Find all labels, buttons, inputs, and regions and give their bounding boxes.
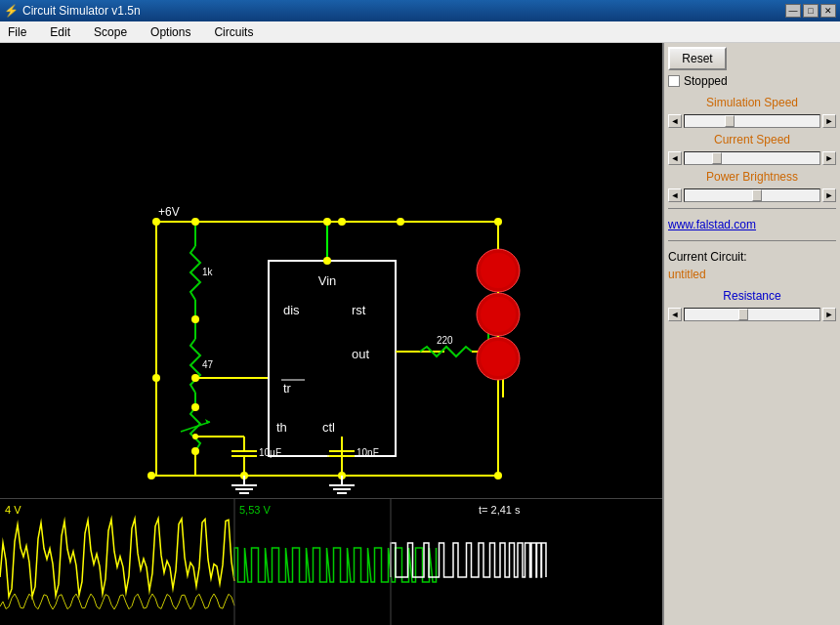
- resistance-track[interactable]: [684, 308, 820, 321]
- menu-scope[interactable]: Scope: [90, 23, 131, 41]
- svg-text:ctl: ctl: [322, 420, 335, 435]
- menu-edit[interactable]: Edit: [46, 23, 74, 41]
- svg-text:47: 47: [202, 359, 214, 370]
- main-layout: +6V 1k 47: [0, 43, 840, 625]
- svg-point-83: [323, 257, 331, 265]
- svg-text:Vin: Vin: [318, 273, 337, 288]
- svg-point-6: [338, 218, 346, 226]
- svg-text:dis: dis: [283, 303, 300, 317]
- power-brightness-thumb[interactable]: [752, 189, 762, 201]
- current-speed-right-arrow[interactable]: ►: [822, 151, 836, 165]
- resistance-right-arrow[interactable]: ►: [822, 308, 836, 321]
- svg-point-50: [481, 253, 516, 288]
- sim-speed-slider-container: ◄ ►: [668, 114, 836, 128]
- svg-point-23: [191, 315, 199, 323]
- sim-speed-right-arrow[interactable]: ►: [822, 114, 836, 128]
- divider1: [668, 208, 836, 209]
- resistance-thumb[interactable]: [738, 309, 748, 320]
- website-link[interactable]: www.falstad.com: [668, 218, 836, 231]
- circuit-canvas-area[interactable]: +6V 1k 47: [0, 43, 662, 625]
- svg-point-52: [481, 297, 516, 332]
- current-speed-thumb[interactable]: [712, 152, 722, 164]
- svg-point-82: [323, 218, 331, 226]
- current-circuit-label: Current Circuit:: [668, 250, 836, 264]
- menu-file[interactable]: File: [4, 23, 30, 41]
- current-speed-left-arrow[interactable]: ◄: [668, 151, 682, 165]
- svg-point-54: [481, 341, 516, 376]
- svg-text:tr: tr: [283, 381, 292, 396]
- svg-point-64: [192, 434, 198, 439]
- current-speed-slider-container: ◄ ►: [668, 151, 836, 165]
- svg-text:th: th: [276, 420, 287, 435]
- sim-speed-thumb[interactable]: [725, 115, 735, 127]
- power-brightness-slider-container: ◄ ►: [668, 188, 836, 202]
- titlebar-controls[interactable]: — □ ✕: [785, 4, 836, 18]
- current-speed-track[interactable]: [684, 151, 820, 165]
- sim-speed-left-arrow[interactable]: ◄: [668, 114, 682, 128]
- right-panel: Reset Stopped Simulation Speed ◄ ► Curre…: [662, 43, 840, 625]
- svg-text:10µF: 10µF: [259, 447, 281, 458]
- svg-text:10nF: 10nF: [357, 447, 379, 458]
- power-brightness-label: Power Brightness: [668, 170, 836, 184]
- minimize-button[interactable]: —: [785, 4, 801, 18]
- svg-point-9: [494, 472, 502, 479]
- sim-speed-track[interactable]: [684, 114, 820, 128]
- svg-text:+6V: +6V: [158, 205, 180, 219]
- svg-point-80: [191, 403, 199, 411]
- resistance-slider-container: ◄ ►: [668, 308, 836, 321]
- resistance-left-arrow[interactable]: ◄: [668, 308, 682, 321]
- stopped-label: Stopped: [684, 74, 728, 88]
- menubar: File Edit Scope Options Circuits: [0, 21, 840, 43]
- scope-area: [0, 498, 662, 625]
- stopped-checkbox[interactable]: [668, 75, 680, 87]
- svg-text:1k: 1k: [202, 267, 214, 277]
- app-icon: ⚡: [4, 4, 19, 18]
- power-brightness-track[interactable]: [684, 188, 820, 202]
- svg-text:out: out: [352, 347, 369, 361]
- svg-text:220: 220: [437, 335, 453, 346]
- svg-point-81: [191, 447, 199, 455]
- svg-point-13: [152, 374, 160, 382]
- titlebar: ⚡ Circuit Simulator v1.5n — □ ✕: [0, 0, 840, 21]
- app-title: Circuit Simulator v1.5n: [22, 4, 141, 18]
- stopped-row: Stopped: [668, 74, 836, 88]
- menu-circuits[interactable]: Circuits: [210, 23, 257, 41]
- current-speed-label: Current Speed: [668, 133, 836, 146]
- power-brightness-left-arrow[interactable]: ◄: [668, 188, 682, 202]
- menu-options[interactable]: Options: [147, 23, 194, 41]
- power-brightness-right-arrow[interactable]: ►: [822, 188, 836, 202]
- resistance-label: Resistance: [668, 289, 836, 303]
- scope-canvas: [0, 499, 662, 625]
- maximize-button[interactable]: □: [803, 4, 819, 18]
- svg-point-12: [147, 472, 155, 479]
- close-button[interactable]: ✕: [820, 4, 836, 18]
- reset-button[interactable]: Reset: [668, 47, 727, 70]
- sim-speed-label: Simulation Speed: [668, 96, 836, 109]
- titlebar-left: ⚡ Circuit Simulator v1.5n: [4, 4, 141, 18]
- svg-point-19: [191, 218, 199, 226]
- svg-text:rst: rst: [352, 303, 366, 317]
- svg-point-7: [397, 218, 404, 226]
- divider2: [668, 240, 836, 241]
- circuit-name: untitled: [668, 268, 836, 281]
